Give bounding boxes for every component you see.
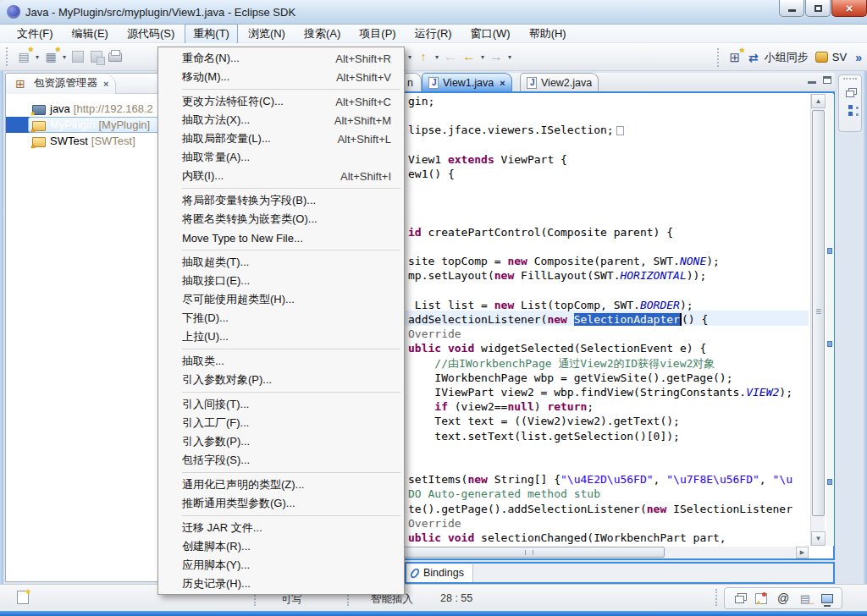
tab-close-icon[interactable]: × <box>500 78 505 88</box>
svn-repository-icon[interactable] <box>815 52 828 63</box>
tab-View1.java[interactable]: View1.java× <box>422 73 512 91</box>
code-segment: IWorkbenchPage wbp = getViewSite().getPa… <box>408 371 733 384</box>
menu-item-15[interactable]: 抽取接口(E)... <box>159 272 403 290</box>
next-ann-dropdown-icon[interactable]: ▾ <box>406 53 414 61</box>
menu-item-label: 推断通用类型参数(G)... <box>182 496 295 511</box>
overview-ruler[interactable] <box>826 94 834 546</box>
new-wizard-dropdown-icon[interactable]: ▾ <box>33 53 41 61</box>
menu-item-14[interactable]: 抽取超类(T)... <box>159 253 403 272</box>
restore-view-icon[interactable] <box>846 91 854 97</box>
menubar-item-1[interactable]: 文件(F) <box>8 24 62 44</box>
scroll-right-icon[interactable]: ▶ <box>796 547 809 558</box>
menu-item-18[interactable]: 上拉(U)... <box>159 327 403 346</box>
close-button[interactable]: × <box>831 0 867 17</box>
menu-item-23[interactable]: 引入间接(T)... <box>159 395 403 414</box>
minimize-view-icon[interactable] <box>808 75 816 84</box>
perspective-bar-handle[interactable] <box>717 48 721 67</box>
scroll-up-icon[interactable]: ▲ <box>811 94 826 108</box>
selected-text: SelectionAdapter <box>574 313 682 326</box>
perspective-svn[interactable]: SV <box>832 51 847 63</box>
close-view-icon[interactable]: × <box>103 79 108 89</box>
tab-package-explorer[interactable]: 包资源管理器 × <box>6 74 116 94</box>
menu-item-10[interactable]: 将局部变量转换为字段(B)... <box>159 191 403 210</box>
menubar-item-7[interactable]: 项目(P) <box>351 24 404 44</box>
back-icon[interactable] <box>460 47 478 66</box>
forward-dropdown-icon[interactable]: ▾ <box>505 53 514 61</box>
menubar-item-5[interactable]: 浏览(N) <box>240 24 294 44</box>
code-segment: new <box>507 255 527 267</box>
at-icon[interactable] <box>776 591 791 606</box>
menubar-item-2[interactable]: 编辑(E) <box>64 24 117 44</box>
menu-item-25[interactable]: 引入参数(P)... <box>159 432 403 451</box>
outline-view-icon[interactable] <box>848 105 853 109</box>
toolbar-handle[interactable] <box>6 47 10 66</box>
perspective-more-chevron[interactable]: » <box>855 51 862 64</box>
menu-item-16[interactable]: 尽可能使用超类型(H)... <box>159 290 403 309</box>
new-java-dropdown-icon[interactable]: ▾ <box>60 53 69 61</box>
menu-item-29[interactable]: 推断通用类型参数(G)... <box>159 494 403 513</box>
menu-item-6[interactable]: 抽取局部变量(L)...Alt+Shift+L <box>159 129 403 148</box>
new-wizard-icon[interactable] <box>14 47 33 66</box>
prev-ann-dropdown-icon[interactable]: ▾ <box>433 53 441 61</box>
menu-item-12[interactable]: Move Type to New File... <box>159 228 403 247</box>
back-dropdown-icon[interactable]: ▾ <box>478 53 487 61</box>
menu-item-1[interactable]: 重命名(N)...Alt+Shift+R <box>159 49 403 68</box>
last-edit-icon[interactable] <box>441 47 460 66</box>
overview-marker[interactable] <box>827 479 832 485</box>
scroll-down-icon[interactable]: ▼ <box>811 531 826 546</box>
code-text: gin;lipse.jface.viewers.ISelection;View1… <box>408 94 809 547</box>
horizontal-scroll-thumb[interactable] <box>385 547 665 558</box>
menu-item-2[interactable]: 移动(M)...Alt+Shift+V <box>159 68 403 86</box>
menu-item-31[interactable]: 迁移 JAR 文件... <box>159 519 403 537</box>
picture-icon[interactable] <box>755 593 767 604</box>
menu-item-34[interactable]: 历史记录(H)... <box>159 575 403 593</box>
menubar-item-10[interactable]: 帮助(H) <box>521 24 575 44</box>
fast-view-handle[interactable] <box>843 78 857 81</box>
menu-item-8[interactable]: 内联(I)...Alt+Shift+I <box>159 167 403 185</box>
menu-item-20[interactable]: 抽取类... <box>159 352 403 371</box>
menu-item-5[interactable]: 抽取方法(X)...Alt+Shift+M <box>159 111 403 129</box>
script-export-icon[interactable] <box>798 591 813 606</box>
menubar-item-8[interactable]: 运行(R) <box>406 24 461 44</box>
code-segment: mp.setLayout( <box>408 269 494 282</box>
menu-item-32[interactable]: 创建脚本(R)... <box>159 537 403 556</box>
overview-marker[interactable] <box>827 341 832 347</box>
menu-item-4[interactable]: 更改方法特征符(C)...Alt+Shift+C <box>159 92 403 111</box>
monitor-icon[interactable] <box>821 594 833 603</box>
horizontal-scrollbar[interactable]: ◀ ▶ <box>334 547 809 558</box>
menubar-item-4[interactable]: 重构(T) <box>185 24 238 44</box>
menu-item-21[interactable]: 引入参数对象(P)... <box>159 371 403 389</box>
tab-label: View1.java <box>443 77 494 89</box>
menu-item-11[interactable]: 将匿名类转换为嵌套类(O)... <box>159 210 403 228</box>
code-segment: ); <box>680 299 693 311</box>
menu-item-7[interactable]: 抽取常量(A)... <box>159 148 403 167</box>
minimize-button[interactable] <box>779 0 804 17</box>
vertical-scrollbar[interactable]: ▲ ▼ <box>810 94 825 546</box>
menu-item-33[interactable]: 应用脚本(Y)... <box>159 556 403 575</box>
prev-ann-icon[interactable] <box>414 47 433 66</box>
menubar-item-3[interactable]: 源代码(S) <box>119 24 183 44</box>
tab-bindings[interactable]: Bindings <box>406 564 473 582</box>
fast-view-new-icon[interactable] <box>17 591 29 604</box>
maximize-view-icon[interactable] <box>823 76 831 84</box>
menu-item-26[interactable]: 包括字段(S)... <box>159 451 403 470</box>
forward-icon[interactable] <box>487 47 505 66</box>
tab-View2.java[interactable]: View2.java <box>520 73 599 91</box>
new-java-icon[interactable] <box>41 47 60 66</box>
menubar-item-9[interactable]: 窗口(W) <box>462 24 519 44</box>
menu-item-28[interactable]: 通用化已声明的类型(Z)... <box>159 476 403 494</box>
open-perspective-icon[interactable] <box>726 48 744 67</box>
maximize-button[interactable] <box>805 0 831 17</box>
tab-partial[interactable]: n <box>403 73 422 91</box>
overview-marker[interactable] <box>827 248 832 254</box>
code-segment: ); <box>779 386 792 399</box>
menu-item-17[interactable]: 下推(D)... <box>159 309 403 327</box>
print-icon[interactable] <box>106 47 124 66</box>
perspective-team-sync[interactable]: 小组同步 <box>765 50 809 65</box>
windows-icon[interactable] <box>732 591 747 606</box>
code-segment: DO Auto-generated method stub <box>408 487 600 500</box>
team-sync-icon[interactable] <box>744 48 763 67</box>
menu-item-24[interactable]: 引入工厂(F)... <box>159 414 403 432</box>
menubar-item-6[interactable]: 搜索(A) <box>295 24 349 44</box>
vertical-scroll-thumb[interactable] <box>812 110 825 516</box>
